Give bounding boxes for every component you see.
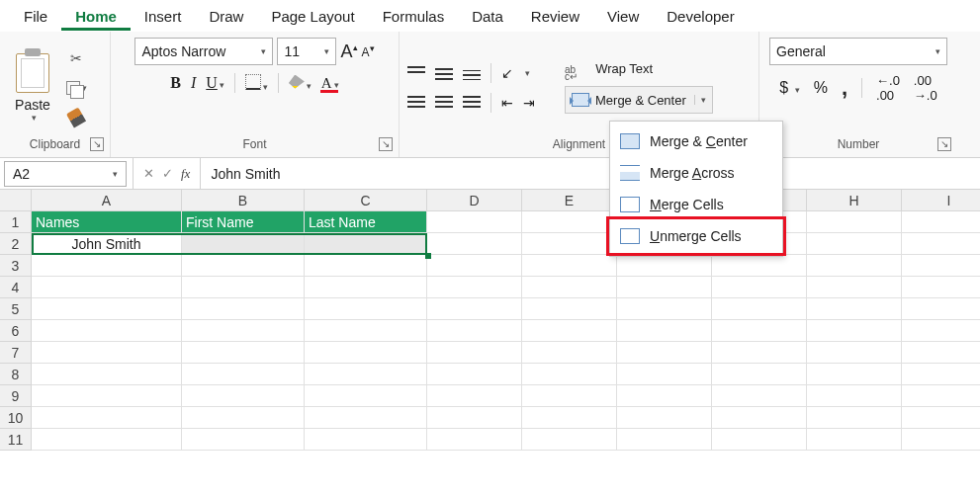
currency-button[interactable]: $ ▾ bbox=[779, 79, 799, 97]
cell[interactable] bbox=[522, 298, 617, 320]
format-painter-button[interactable] bbox=[63, 106, 89, 129]
cell[interactable] bbox=[807, 342, 902, 364]
cell[interactable] bbox=[182, 320, 305, 342]
cell[interactable] bbox=[182, 255, 305, 277]
underline-button[interactable]: U▾ bbox=[206, 74, 224, 92]
cell[interactable] bbox=[427, 364, 522, 385]
cut-button[interactable] bbox=[63, 46, 89, 70]
decrease-indent-button[interactable] bbox=[501, 95, 513, 111]
col-header[interactable]: E bbox=[522, 190, 617, 211]
fill-handle[interactable] bbox=[425, 253, 431, 259]
cell[interactable] bbox=[182, 364, 305, 385]
wrap-text-button[interactable]: abc↵ Wrap Text bbox=[565, 61, 713, 76]
cell[interactable] bbox=[305, 429, 427, 451]
tab-page-layout[interactable]: Page Layout bbox=[257, 2, 368, 31]
cell[interactable] bbox=[902, 211, 980, 233]
paste-button[interactable]: Paste ▾ bbox=[8, 53, 57, 123]
cell[interactable] bbox=[427, 255, 522, 277]
cell[interactable] bbox=[305, 407, 427, 429]
cell[interactable] bbox=[712, 342, 807, 364]
cell[interactable] bbox=[32, 385, 182, 407]
font-name-select[interactable]: Aptos Narrow▾ bbox=[134, 38, 273, 65]
cell[interactable] bbox=[807, 407, 902, 429]
valign-middle-button[interactable] bbox=[435, 66, 453, 80]
cell[interactable] bbox=[902, 255, 980, 277]
row-header[interactable]: 9 bbox=[0, 385, 32, 407]
menu-unmerge-cells[interactable]: Unmerge Cells bbox=[610, 220, 782, 252]
cell[interactable] bbox=[807, 298, 902, 320]
halign-right-button[interactable] bbox=[463, 96, 481, 110]
decrease-font-button[interactable]: A▾ bbox=[362, 43, 375, 60]
row-header[interactable]: 8 bbox=[0, 364, 32, 385]
cell[interactable] bbox=[902, 429, 980, 451]
cell[interactable] bbox=[807, 277, 902, 298]
tab-developer[interactable]: Developer bbox=[653, 2, 748, 31]
cell[interactable] bbox=[902, 407, 980, 429]
cell[interactable] bbox=[305, 277, 427, 298]
tab-file[interactable]: File bbox=[10, 2, 61, 31]
row-header[interactable]: 10 bbox=[0, 407, 32, 429]
cell[interactable] bbox=[32, 342, 182, 364]
cell[interactable] bbox=[902, 233, 980, 255]
row-header[interactable]: 3 bbox=[0, 255, 32, 277]
orientation-button[interactable] bbox=[501, 65, 513, 81]
fill-color-button[interactable]: ▾ bbox=[289, 75, 312, 92]
cell[interactable] bbox=[32, 277, 182, 298]
cell[interactable] bbox=[305, 320, 427, 342]
cell[interactable] bbox=[712, 298, 807, 320]
cell[interactable] bbox=[522, 364, 617, 385]
cell[interactable] bbox=[617, 342, 712, 364]
cell[interactable] bbox=[305, 385, 427, 407]
cell[interactable] bbox=[427, 385, 522, 407]
col-header[interactable]: H bbox=[807, 190, 902, 211]
row-header[interactable]: 1 bbox=[0, 211, 32, 233]
cell[interactable] bbox=[902, 298, 980, 320]
cell[interactable] bbox=[427, 407, 522, 429]
cell[interactable] bbox=[32, 320, 182, 342]
cell[interactable] bbox=[522, 233, 617, 255]
cell[interactable] bbox=[522, 385, 617, 407]
merge-center-button[interactable]: Merge & Center ▾ bbox=[565, 86, 713, 114]
cell[interactable] bbox=[427, 298, 522, 320]
row-header[interactable]: 2 bbox=[0, 233, 32, 255]
cell[interactable] bbox=[182, 429, 305, 451]
number-format-select[interactable]: General▾ bbox=[769, 38, 947, 65]
dialog-launcher-icon[interactable]: ↘ bbox=[90, 137, 104, 151]
cell[interactable] bbox=[32, 255, 182, 277]
dialog-launcher-icon[interactable]: ↘ bbox=[937, 137, 951, 151]
increase-indent-button[interactable] bbox=[523, 95, 535, 111]
cell[interactable] bbox=[902, 277, 980, 298]
cell[interactable] bbox=[617, 364, 712, 385]
cell[interactable] bbox=[427, 211, 522, 233]
row-header[interactable]: 6 bbox=[0, 320, 32, 342]
cell[interactable] bbox=[617, 429, 712, 451]
dialog-launcher-icon[interactable]: ↘ bbox=[379, 137, 393, 151]
valign-top-button[interactable] bbox=[407, 66, 425, 76]
cell[interactable] bbox=[522, 277, 617, 298]
cell[interactable] bbox=[182, 298, 305, 320]
cell[interactable] bbox=[32, 407, 182, 429]
cell-active[interactable]: John Smith bbox=[32, 233, 182, 255]
cell[interactable] bbox=[712, 277, 807, 298]
cell[interactable] bbox=[522, 211, 617, 233]
copy-button[interactable]: ▾ bbox=[63, 76, 89, 100]
cell[interactable]: First Name bbox=[182, 211, 305, 233]
row-header[interactable]: 7 bbox=[0, 342, 32, 364]
cell[interactable]: Last Name bbox=[305, 211, 427, 233]
col-header[interactable]: I bbox=[902, 190, 980, 211]
cell[interactable] bbox=[305, 233, 427, 255]
tab-formulas[interactable]: Formulas bbox=[369, 2, 459, 31]
col-header[interactable]: A bbox=[32, 190, 182, 211]
cell[interactable] bbox=[32, 364, 182, 385]
cell[interactable] bbox=[522, 255, 617, 277]
row-header[interactable]: 4 bbox=[0, 277, 32, 298]
formula-input[interactable]: John Smith bbox=[200, 158, 980, 189]
cell[interactable] bbox=[522, 320, 617, 342]
cell[interactable] bbox=[305, 342, 427, 364]
cell[interactable] bbox=[427, 320, 522, 342]
cancel-button[interactable]: ✕ bbox=[143, 166, 154, 181]
borders-button[interactable]: ▾ bbox=[245, 74, 268, 93]
valign-bottom-button[interactable] bbox=[463, 70, 481, 80]
menu-merge-center[interactable]: Merge & Center bbox=[610, 125, 782, 157]
cell[interactable] bbox=[902, 385, 980, 407]
